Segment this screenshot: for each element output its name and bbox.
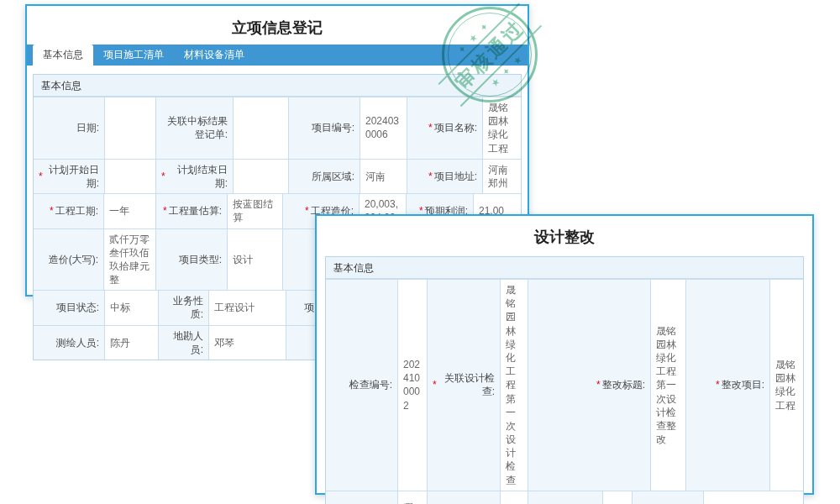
section-header: 基本信息 [34, 75, 521, 97]
field-value: 晟铭园林绿化工程 [482, 97, 521, 159]
page-title: 设计整改 [317, 216, 812, 256]
field-value: 晟铭园林绿化工程第一次设计检查整改 [650, 280, 685, 491]
required-mark: * [39, 170, 43, 183]
field-value: 陈丹 [104, 326, 158, 360]
form-row: 日期: 关联中标结果登记单: 项目编号: 2024030006 *项目名称: 晟… [34, 97, 521, 159]
required-mark: * [163, 204, 167, 218]
field-label: 项目编号: [288, 97, 360, 159]
field-label: 项目类型: [155, 229, 227, 291]
field-label: *整改人: [326, 491, 397, 504]
field-label: 日期: [34, 97, 104, 159]
field-value: 贰仟万零叁仟玖佰玖拾肆元整 [103, 229, 155, 291]
required-mark: * [50, 204, 54, 218]
required-mark: * [716, 378, 720, 391]
field-label: 关联中标结果登记单: [155, 97, 233, 159]
field-value: 程亚雄 [397, 491, 427, 504]
field-value [602, 491, 632, 504]
field-value: 2024100002 [397, 280, 427, 491]
field-value: 按蓝图结算 [227, 194, 282, 228]
field-value: 一年 [103, 194, 155, 228]
field-label: *整改标题: [528, 280, 650, 491]
design-rectification-window: 设计整改 基本信息 检查编号: 2024100002 *关联设计检查: 晟铭园林… [315, 214, 814, 495]
field-value [104, 97, 155, 159]
field-label: 测绘人员: [34, 326, 104, 360]
basic-info-box: 基本信息 检查编号: 2024100002 *关联设计检查: 晟铭园林绿化工程第… [325, 256, 804, 504]
field-label: 业务性质: [158, 291, 208, 324]
field-label: *工程工期: [34, 194, 103, 228]
field-label [528, 491, 602, 504]
field-value [104, 160, 155, 193]
field-value: 河南郑州 [482, 160, 521, 193]
field-value: 工程设计 [208, 291, 286, 324]
section-header: 基本信息 [326, 257, 803, 279]
field-value [233, 97, 288, 159]
required-mark: * [161, 170, 165, 183]
field-label: *工程量估算: [155, 194, 227, 228]
field-value [500, 491, 528, 504]
field-value: 2024030006 [360, 97, 407, 159]
form-row: *计划开始日期: *计划结束日期: 所属区域: 河南 *项目地址: 河南郑州 [34, 159, 521, 193]
required-mark: * [428, 170, 433, 183]
field-label: 所属区域: [288, 160, 360, 193]
tab-basic-info[interactable]: 基本信息 [33, 45, 93, 66]
field-value [233, 160, 288, 193]
form-row: *整改人: 程亚雄 整改期限: [326, 491, 803, 504]
tab-construction-list[interactable]: 项目施工清单 [93, 45, 174, 66]
field-label: 地勘人员: [158, 326, 208, 360]
required-mark: * [433, 378, 437, 391]
field-label [632, 491, 703, 504]
field-label: *计划结束日期: [155, 160, 233, 193]
field-value: 设计 [227, 229, 282, 291]
field-label: *整改项目: [685, 280, 769, 491]
field-label: *项目名称: [407, 97, 482, 159]
form-row: 检查编号: 2024100002 *关联设计检查: 晟铭园林绿化工程第一次设计检… [326, 279, 803, 491]
tab-material-equipment-list[interactable]: 材料设备清单 [174, 45, 255, 66]
field-label: *项目地址: [407, 160, 482, 193]
field-label: 项目状态: [34, 291, 104, 324]
field-label: *关联设计检查: [427, 280, 500, 491]
field-value: 晟铭园林绿化工程第一次设计检查 [500, 280, 528, 491]
required-mark: * [596, 378, 601, 391]
field-label: *计划开始日期: [34, 160, 104, 193]
field-label: 整改期限: [427, 491, 500, 504]
field-label: 造价(大写): [34, 229, 103, 291]
required-mark: * [305, 204, 309, 218]
field-label: 检查编号: [326, 280, 397, 491]
field-value: 晟铭园林绿化工程 [769, 280, 803, 491]
required-mark: * [428, 121, 433, 134]
field-value: 河南 [360, 160, 407, 193]
tab-bar: 基本信息 项目施工清单 材料设备清单 [27, 45, 528, 66]
field-value: 中标 [104, 291, 158, 324]
page-title: 立项信息登记 [27, 6, 528, 45]
field-value: 邓琴 [208, 326, 286, 360]
field-value [703, 491, 803, 504]
